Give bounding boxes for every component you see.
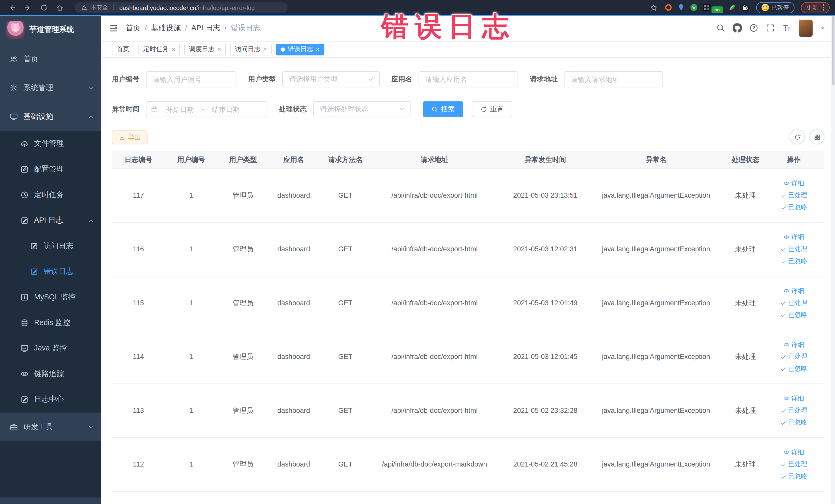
sidebar-item-11[interactable]: Java 监控 [0, 336, 101, 361]
action-0[interactable]: 详细 [783, 341, 804, 349]
end-date-input[interactable] [206, 105, 246, 113]
action-0[interactable]: 详细 [783, 179, 804, 187]
cell-user_id: 1 [165, 352, 217, 361]
sidebar-item-9[interactable]: MySQL 监控 [0, 284, 101, 310]
cell-app: dashboard [269, 460, 319, 469]
sidebar-item-label: 研发工具 [23, 422, 53, 431]
tab-close-icon[interactable]: × [217, 46, 221, 53]
page-scrollbar[interactable] [831, 15, 835, 504]
scrollbar-thumb[interactable] [832, 16, 834, 85]
action-0[interactable]: 详细 [783, 395, 804, 403]
cell-exception: java.lang.IllegalArgumentException [594, 191, 718, 200]
cell-time: 2021-05-03 12:02:31 [497, 245, 594, 254]
user-avatar[interactable] [799, 20, 813, 37]
breadcrumb-item-1[interactable]: 基础设施 [151, 23, 181, 33]
search-button[interactable]: 搜索 [423, 101, 463, 117]
action-1[interactable]: 已处理 [780, 406, 807, 415]
user-type-select[interactable]: 请选择用户类型 [282, 72, 380, 87]
action-1[interactable]: 已处理 [780, 353, 807, 361]
tab-close-icon[interactable]: × [171, 46, 175, 53]
export-button[interactable]: 导出 [112, 130, 148, 144]
sidebar-item-7[interactable]: 访问日志 [0, 234, 101, 259]
help-icon[interactable] [749, 23, 758, 32]
github-icon[interactable] [733, 23, 742, 32]
header-search-icon[interactable] [716, 23, 725, 32]
action-0[interactable]: 详细 [783, 233, 804, 241]
sidebar-item-1[interactable]: 系统管理 [0, 74, 101, 102]
table-refresh-button[interactable] [790, 129, 805, 144]
extension-v-icon[interactable] [689, 3, 698, 12]
extension-leaf-icon[interactable] [727, 3, 737, 12]
sidebar-item-3[interactable]: 文件管理 [0, 131, 101, 157]
action-2[interactable]: 已忽略 [780, 311, 807, 319]
sidebar-item-13[interactable]: 日志中心 [0, 387, 101, 412]
breadcrumb-item-0[interactable]: 首页 [126, 23, 141, 33]
breadcrumb-item-2[interactable]: API 日志 [191, 23, 220, 33]
user-menu-caret-icon[interactable] [820, 25, 826, 31]
sidebar-item-14[interactable]: 研发工具 [0, 412, 101, 441]
sidebar-item-label: MySQL 监控 [34, 293, 76, 302]
action-2[interactable]: 已忽略 [780, 365, 807, 373]
cell-status: 未处理 [718, 245, 773, 254]
action-0[interactable]: 详细 [783, 448, 804, 457]
action-1[interactable]: 已处理 [780, 245, 807, 254]
cell-id: 112 [112, 460, 165, 469]
extension-grid-icon[interactable] [701, 3, 711, 12]
sidebar-collapse-icon[interactable] [108, 23, 118, 33]
action-2[interactable]: 已忽略 [780, 257, 807, 265]
url-domain: dashboard.yudao.iocoder.cn [119, 5, 196, 11]
sidebar-item-5[interactable]: 定时任务 [0, 182, 101, 208]
column-settings-button[interactable] [809, 129, 824, 144]
cell-user_type: 管理员 [217, 460, 269, 469]
tab-0[interactable]: 首页 [112, 43, 134, 55]
profile-paused-button[interactable]: 已暂停 [756, 2, 794, 13]
action-1[interactable]: 已处理 [780, 460, 807, 468]
font-size-icon[interactable] [782, 23, 791, 32]
browser-refresh-icon[interactable] [37, 2, 50, 13]
sidebar-item-2[interactable]: 基础设施 [0, 102, 101, 131]
action-1[interactable]: 已处理 [780, 299, 807, 307]
app-name-input[interactable] [419, 72, 518, 87]
browser-back-icon[interactable] [5, 2, 18, 13]
action-2[interactable]: 已忽略 [780, 203, 807, 211]
cell-app: dashboard [269, 191, 319, 200]
action-1[interactable]: 已处理 [780, 191, 807, 200]
request-url-input[interactable] [564, 72, 663, 87]
sidebar-item-6[interactable]: API 日志 [0, 208, 101, 234]
sidebar-item-10[interactable]: Redis 监控 [0, 310, 101, 336]
tab-4[interactable]: 错误日志× [276, 43, 324, 55]
tab-2[interactable]: 调度日志× [184, 43, 226, 55]
tab-3[interactable]: 访问日志× [230, 43, 271, 55]
browser-forward-icon[interactable] [21, 2, 34, 13]
action-2[interactable]: 已忽略 [780, 419, 807, 427]
action-label: 详细 [791, 341, 804, 349]
browser-menu-icon[interactable] [822, 4, 824, 11]
profile-emoji-avatar [761, 4, 769, 11]
extension-pin-icon[interactable] [676, 3, 686, 12]
fullscreen-icon[interactable] [766, 23, 775, 32]
process-status-select[interactable]: 请选择处理状态 [313, 101, 411, 117]
action-label: 已忽略 [788, 472, 807, 481]
browser-home-icon[interactable] [53, 2, 66, 13]
cell-user_id: 1 [165, 406, 217, 415]
sidebar-item-8[interactable]: 错误日志 [0, 259, 101, 284]
cell-value: GET [338, 299, 352, 308]
sidebar-item-12[interactable]: 链路追踪 [0, 361, 101, 387]
extension-target-icon[interactable] [663, 3, 673, 12]
reset-button[interactable]: 重置 [472, 101, 512, 117]
action-2[interactable]: 已忽略 [780, 472, 807, 481]
tab-1[interactable]: 定时任务× [138, 43, 180, 55]
bookmark-star-icon[interactable] [647, 2, 660, 13]
tab-close-icon[interactable]: × [316, 46, 320, 53]
extension-on-badge[interactable]: on [711, 6, 723, 13]
exception-time-range-picker[interactable]: - [146, 101, 267, 117]
tab-close-icon[interactable]: × [263, 46, 267, 53]
extensions-puzzle-icon[interactable] [740, 3, 750, 12]
sidebar-item-0[interactable]: 首页 [0, 45, 101, 74]
browser-update-button[interactable]: 更新 [801, 2, 830, 13]
sidebar-item-4[interactable]: 配置管理 [0, 157, 101, 182]
user-id-input[interactable] [146, 72, 237, 87]
browser-address-bar[interactable]: 不安全 dashboard.yudao.iocoder.cn/infra/log… [75, 2, 287, 13]
start-date-input[interactable] [160, 105, 200, 113]
action-0[interactable]: 详细 [783, 287, 804, 295]
